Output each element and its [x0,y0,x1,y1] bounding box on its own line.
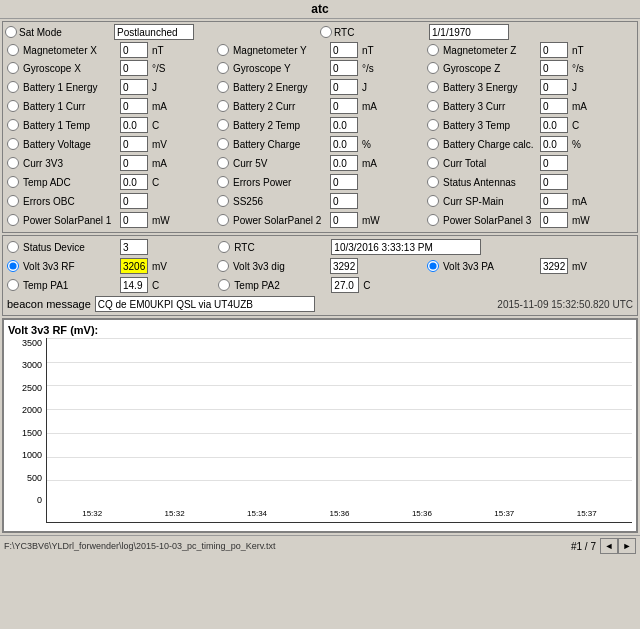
gyro-y-input[interactable] [330,60,358,76]
bat2-curr-cell: Battery 2 Curr mA [215,97,425,115]
rtc-group: RTC [320,24,635,40]
errors-obc-radio[interactable] [7,195,19,207]
bat1-temp-input[interactable] [120,117,148,133]
batt-voltage-input[interactable] [120,136,148,152]
curr-total-input[interactable] [540,155,568,171]
status-device-section: Status Device RTC Volt 3v3 RF mV Volt 3v… [2,235,638,316]
solar-panel-2-radio[interactable] [217,214,229,226]
solar-panel-1-radio[interactable] [7,214,19,226]
volt-3v3-pa-input[interactable] [540,258,568,274]
errors-power-input[interactable] [330,174,358,190]
bat1-curr-input[interactable] [120,98,148,114]
status-antennas-radio[interactable] [427,176,439,188]
y-label-0: 0 [37,495,42,505]
sat-mode-radio[interactable] [5,26,17,38]
solar-panel-3-radio[interactable] [427,214,439,226]
bat2-energy-radio[interactable] [217,81,229,93]
bat2-energy-cell: Battery 2 Energy J [215,78,425,96]
curr-sp-main-input[interactable] [540,193,568,209]
bat1-energy-radio[interactable] [7,81,19,93]
beacon-label: beacon message [7,298,91,310]
bat3-energy-input[interactable] [540,79,568,95]
bat2-temp-input[interactable] [330,117,358,133]
bat2-energy-input[interactable] [330,79,358,95]
bat1-energy-input[interactable] [120,79,148,95]
status-device-row: Status Device RTC [5,238,635,256]
bat2-temp-radio[interactable] [217,119,229,131]
volt-3v3-dig-input[interactable] [330,258,358,274]
gyro-x-radio[interactable] [7,62,19,74]
temp-pa2-cell: Temp PA2 C [216,276,427,294]
ss256-input[interactable] [330,193,358,209]
volt-3v3-pa-radio[interactable] [427,260,439,272]
rtc2-input[interactable] [331,239,481,255]
bat2-curr-input[interactable] [330,98,358,114]
rtc-input[interactable] [429,24,509,40]
satellite-data-section: Sat Mode RTC Magnetometer X nT Gyroscope… [2,21,638,233]
prev-button[interactable]: ◄ [600,538,618,554]
rtc-radio[interactable] [320,26,332,38]
curr-sp-main-radio[interactable] [427,195,439,207]
bat3-energy-radio[interactable] [427,81,439,93]
x-axis-labels: 15:32 15:32 15:34 15:36 15:36 15:37 15:3… [47,504,632,522]
mag-z-radio[interactable] [427,44,439,56]
status-device-input[interactable] [120,239,148,255]
mag-x-cell: Magnetometer X nT [5,41,170,59]
batt-charge-calc-input[interactable] [540,136,568,152]
gyro-y-radio[interactable] [217,62,229,74]
temp-pa1-input[interactable] [120,277,148,293]
bat3-curr-input[interactable] [540,98,568,114]
solar-panel-1-input[interactable] [120,212,148,228]
bat3-curr-radio[interactable] [427,100,439,112]
solar-panel-3-input[interactable] [540,212,568,228]
page-indicator: #1 / 7 [571,541,596,552]
volt-3v3-rf-radio[interactable] [7,260,19,272]
mag-x-input[interactable] [120,42,148,58]
curr-5v-radio[interactable] [217,157,229,169]
x-label-2: 15:32 [137,509,211,518]
mag-x-radio[interactable] [7,44,19,56]
curr-sp-main-cell: Curr SP-Main mA [425,192,635,210]
solar-panel-2-input[interactable] [330,212,358,228]
temp-pa2-input[interactable] [331,277,359,293]
status-antennas-input[interactable] [540,174,568,190]
bat3-energy-cell: Battery 3 Energy J [425,78,635,96]
temp-pa2-radio[interactable] [218,279,230,291]
batt-charge-calc-radio[interactable] [427,138,439,150]
gyro-x-input[interactable] [120,60,148,76]
bat1-temp-radio[interactable] [7,119,19,131]
curr-3v3-input[interactable] [120,155,148,171]
temp-adc-input[interactable] [120,174,148,190]
batt-voltage-radio[interactable] [7,138,19,150]
bat1-curr-radio[interactable] [7,100,19,112]
volt-3v3-dig-radio[interactable] [217,260,229,272]
errors-obc-input[interactable] [120,193,148,209]
x-label-3: 15:34 [220,509,294,518]
temp-adc-radio[interactable] [7,176,19,188]
bat3-temp-input[interactable] [540,117,568,133]
rtc2-radio[interactable] [218,241,230,253]
ss256-radio[interactable] [217,195,229,207]
mag-y-input[interactable] [330,42,358,58]
gyro-z-input[interactable] [540,60,568,76]
volt-3v3-rf-input[interactable] [120,258,148,274]
gyro-z-radio[interactable] [427,62,439,74]
next-button[interactable]: ► [618,538,636,554]
x-label-7: 15:37 [550,509,624,518]
bat2-curr-radio[interactable] [217,100,229,112]
curr-total-radio[interactable] [427,157,439,169]
status-device-radio[interactable] [7,241,19,253]
sat-mode-input[interactable] [114,24,194,40]
beacon-input[interactable] [95,296,315,312]
bat3-temp-radio[interactable] [427,119,439,131]
batt-charge-input[interactable] [330,136,358,152]
mag-z-input[interactable] [540,42,568,58]
errors-obc-row: Errors OBC SS256 Curr SP-Main mA [5,192,635,210]
curr-3v3-radio[interactable] [7,157,19,169]
temp-pa1-radio[interactable] [7,279,19,291]
mag-y-radio[interactable] [217,44,229,56]
curr-5v-input[interactable] [330,155,358,171]
mag-gyro-col1: Magnetometer X nT Gyroscope X °/S [5,41,215,77]
batt-charge-radio[interactable] [217,138,229,150]
errors-power-radio[interactable] [217,176,229,188]
